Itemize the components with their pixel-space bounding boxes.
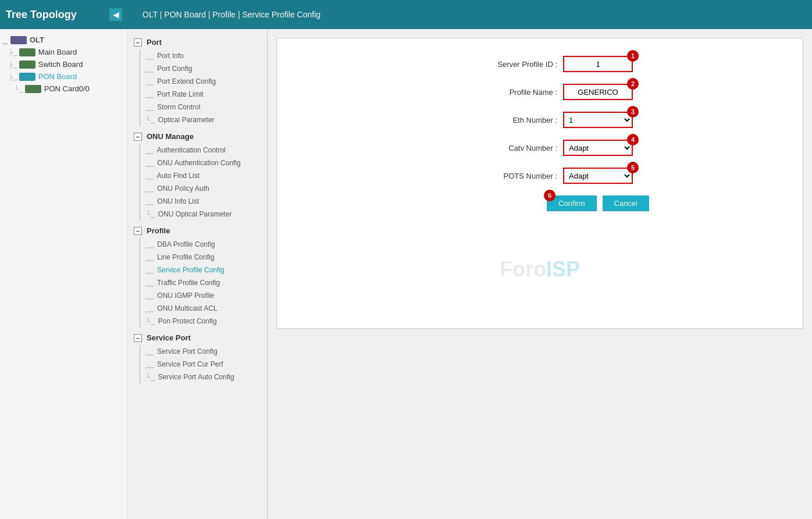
step-badge-3: 3 [627,106,639,118]
tree-pon-card-label: PON Card0/0 [44,84,90,93]
menu-onu-info-list[interactable]: ⎯⎯ ONU Info List [128,195,267,208]
profile-name-row: Profile Name : 2 [289,84,791,100]
form-buttons-wrap: Confirm Cancel 6 [547,195,649,211]
pots-number-wrap: Adapt 0 1 2 5 [563,168,633,184]
menu-port-config[interactable]: ⎯⎯ Port Config [128,62,267,75]
menu-dba-profile-config[interactable]: ⎯⎯ DBA Profile Config [128,238,267,251]
profile-name-label: Profile Name : [447,88,563,97]
menu-traffic-profile-config[interactable]: ⎯⎯ Traffic Profile Config [128,276,267,289]
menu-section-profile: – Profile ⎯⎯ DBA Profile Config ⎯⎯ Line … [128,223,267,328]
step-badge-2: 2 [627,78,639,90]
tree-pon-card[interactable]: └⎯ PON Card0/0 [0,83,127,95]
menu-section-service-port: – Service Port ⎯⎯ Service Port Config ⎯⎯… [128,330,267,383]
pots-number-select[interactable]: Adapt 0 1 2 [563,168,633,184]
eth-number-wrap: 1 2 4 3 [563,112,633,128]
step-badge-4: 4 [627,134,639,145]
server-profile-id-input[interactable] [563,56,633,72]
menu-port-extend-config[interactable]: ⎯⎯ Port Extend Config [128,75,267,88]
catv-number-wrap: Adapt 0 1 4 [563,140,633,156]
step-badge-1: 1 [627,50,639,62]
menu-section-port: – Port ⎯⎯ Port Info ⎯⎯ Port Config ⎯⎯ Po… [128,35,267,126]
menu-onu-auth-config[interactable]: ⎯⎯ ONU Authentication Config [128,157,267,169]
menu-section-port-header[interactable]: – Port [128,35,267,49]
tree-switch-board-label: Switch Board [38,60,83,69]
tree-olt-label: OLT [30,35,44,44]
sidebar-header: Tree Topology ◀ [0,0,128,29]
profile-name-wrap: 2 [563,84,633,100]
menu-auth-control[interactable]: ⎯⎯ Authentication Control [128,144,267,157]
server-profile-id-label: Server Profile ID : [447,60,563,69]
catv-number-select[interactable]: Adapt 0 1 [563,140,633,156]
port-toggle-icon: – [134,38,142,47]
sidebar-title: Tree Topology [6,9,77,21]
menu-storm-control[interactable]: ⎯⎯ Storm Control [128,101,267,113]
form-buttons-row: Confirm Cancel 6 [289,195,791,211]
menu-onu-multicast-acl[interactable]: ⎯⎯ ONU Multicast ACL [128,302,267,315]
menu-port-info[interactable]: ⎯⎯ Port Info [128,49,267,62]
menu-section-service-port-label: Service Port [147,333,191,342]
tree-pon-board-label: PON Board [38,72,77,81]
tree-main-board-label: Main Board [38,48,77,56]
step-badge-5: 5 [627,162,639,173]
menu-section-service-port-header[interactable]: – Service Port [128,330,267,345]
menu-service-profile-config[interactable]: ⎯⎯ Service Profile Config [128,264,267,276]
left-menu: – Port ⎯⎯ Port Info ⎯⎯ Port Config ⎯⎯ Po… [128,29,268,519]
watermark: ForoISP [500,257,580,282]
profile-name-input[interactable] [563,84,633,100]
breadcrumb: OLT | PON Board | Profile | Service Prof… [134,10,320,19]
menu-pon-protect-config[interactable]: └⎯ Pon Protect Config [128,315,267,328]
catv-number-row: Catv Number : Adapt 0 1 4 [289,140,791,156]
menu-onu-igmp-profile[interactable]: ⎯⎯ ONU IGMP Profile [128,289,267,302]
menu-service-port-config[interactable]: ⎯⎯ Service Port Config [128,345,267,358]
form-panel: Server Profile ID : 1 Profile Name : 2 [276,38,803,329]
pots-number-label: POTS Number : [447,172,563,180]
menu-line-profile-config[interactable]: ⎯⎯ Line Profile Config [128,251,267,264]
menu-section-onu-manage-label: ONU Manage [147,132,194,141]
server-profile-id-wrap: 1 [563,56,633,72]
menu-section-profile-label: Profile [147,226,170,235]
menu-section-port-label: Port [147,38,162,47]
eth-number-label: Eth Number : [447,116,563,125]
watermark-isp: ISP [546,257,580,281]
menu-port-rate-limit[interactable]: ⎯⎯ Port Rate Limit [128,88,267,101]
tree-main-board[interactable]: ├⎯ Main Board [0,46,127,58]
eth-number-select[interactable]: 1 2 4 [563,112,633,128]
menu-optical-parameter[interactable]: └⎯ Optical Parameter [128,113,267,126]
menu-auto-find-list[interactable]: ⎯⎯ Auto Find List [128,169,267,182]
main-content: Server Profile ID : 1 Profile Name : 2 [268,29,812,519]
menu-service-port-auto-config[interactable]: └⎯ Service Port Auto Config [128,371,267,383]
cancel-button[interactable]: Cancel [603,195,649,211]
sidebar-tree: ⎯ OLT ├⎯ Main Board ├⎯ Switch Board ├⎯ P… [0,29,128,519]
menu-section-onu-manage: – ONU Manage ⎯⎯ Authentication Control ⎯… [128,129,267,221]
onu-manage-toggle-icon: – [134,133,142,141]
tree-pon-board[interactable]: ├⎯ PON Board [0,70,127,83]
menu-section-onu-manage-header[interactable]: – ONU Manage [128,129,267,144]
menu-onu-optical-param[interactable]: └⎯ ONU Optical Parameter [128,208,267,221]
collapse-button[interactable]: ◀ [109,8,122,21]
menu-service-port-cur-perf[interactable]: ⎯⎯ Service Port Cur Perf [128,358,267,371]
eth-number-row: Eth Number : 1 2 4 3 [289,112,791,128]
catv-number-label: Catv Number : [447,144,563,152]
profile-toggle-icon: – [134,227,142,235]
server-profile-id-row: Server Profile ID : 1 [289,56,791,72]
service-port-toggle-icon: – [134,334,142,342]
tree-olt[interactable]: ⎯ OLT [0,34,127,46]
pots-number-row: POTS Number : Adapt 0 1 2 5 [289,168,791,184]
menu-section-profile-header[interactable]: – Profile [128,223,267,238]
step-badge-6: 6 [544,190,555,201]
tree-switch-board[interactable]: ├⎯ Switch Board [0,58,127,70]
watermark-foro: Foro [500,257,546,281]
menu-onu-policy-auth[interactable]: ⎯⎯ ONU Policy Auth [128,182,267,195]
